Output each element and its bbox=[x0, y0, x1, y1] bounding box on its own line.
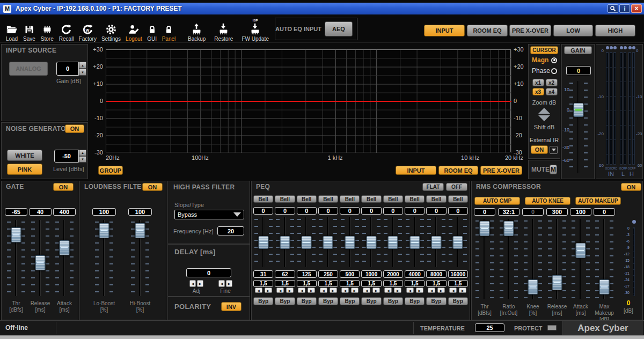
q-left-arrow[interactable]: ◀ bbox=[428, 288, 435, 293]
peq-band-type-button[interactable]: Bell bbox=[383, 195, 403, 203]
zoom-x3-button[interactable]: x3 bbox=[532, 88, 544, 95]
toolbar-item-panel[interactable]: Panel bbox=[161, 16, 177, 42]
compressor-knee-fader-handle[interactable] bbox=[528, 279, 538, 294]
peq-band-q-arrows[interactable]: ◀▶ bbox=[318, 288, 338, 293]
peq-off-button[interactable]: OFF bbox=[446, 183, 467, 191]
peq-band-frequency-value[interactable]: 250 bbox=[318, 270, 338, 278]
master-gain-fader[interactable] bbox=[570, 81, 587, 173]
peq-band-frequency-value[interactable]: 125 bbox=[297, 270, 317, 278]
shift-down-button[interactable] bbox=[538, 115, 550, 121]
noise-level-stepper[interactable]: -50 ▲▼ bbox=[54, 150, 86, 163]
group-button[interactable]: GROUP bbox=[98, 166, 123, 175]
peq-band-q-value[interactable]: 1,5 bbox=[383, 280, 403, 287]
peq-band-q-arrows[interactable]: ◀▶ bbox=[361, 288, 381, 293]
q-left-arrow[interactable]: ◀ bbox=[320, 288, 327, 293]
toolbar-item-settings[interactable]: Settings bbox=[100, 16, 122, 42]
peq-band-q-arrows[interactable]: ◀▶ bbox=[253, 288, 273, 293]
white-noise-button[interactable]: WHITE bbox=[7, 150, 42, 161]
gate-thr-fader-handle[interactable] bbox=[11, 227, 21, 242]
compressor-ratio-value[interactable]: 32:1 bbox=[498, 208, 519, 216]
analog-button[interactable]: ANALOG bbox=[9, 62, 48, 76]
gate-thr-value[interactable]: -65 bbox=[5, 208, 27, 216]
toolbar-item-load[interactable]: Load bbox=[4, 16, 19, 42]
gate-on-button[interactable]: ON bbox=[53, 183, 74, 191]
peq-band-fader[interactable] bbox=[316, 217, 340, 267]
q-left-arrow[interactable]: ◀ bbox=[298, 288, 305, 293]
toolbar-item-gui[interactable]: GUI bbox=[146, 16, 158, 42]
compressor-release-fader-handle[interactable] bbox=[552, 275, 562, 290]
peq-band-fader[interactable] bbox=[425, 217, 448, 267]
compressor-on-button[interactable]: ON bbox=[621, 183, 641, 191]
peq-band-frequency-value[interactable]: 8000 bbox=[426, 270, 446, 278]
peq-band-fader[interactable] bbox=[252, 217, 275, 267]
peq-band-fader-handle[interactable] bbox=[366, 236, 376, 249]
graph-tab-input[interactable]: INPUT bbox=[396, 166, 436, 175]
q-right-arrow[interactable]: ▶ bbox=[265, 288, 272, 293]
level-up-button[interactable]: ▲ bbox=[79, 150, 86, 156]
peq-band-q-value[interactable]: 1,5 bbox=[275, 280, 295, 287]
delay-adj-arrows[interactable]: ◀▶ bbox=[189, 280, 203, 287]
gain-down-button[interactable]: ▼ bbox=[79, 69, 86, 76]
peq-band-fader-handle[interactable] bbox=[388, 236, 398, 249]
gain-up-button[interactable]: ▲ bbox=[79, 62, 86, 69]
loudness-lo-boost-value[interactable]: 100 bbox=[92, 208, 116, 216]
compressor-knee-value[interactable]: 0 bbox=[522, 208, 544, 216]
peq-band-gain-value[interactable]: 0 bbox=[361, 207, 381, 215]
external-ir-dropdown-button[interactable] bbox=[550, 146, 558, 154]
peq-band-type-button[interactable]: Bell bbox=[426, 195, 446, 203]
input-gain-value[interactable]: 0 bbox=[56, 62, 79, 76]
peq-band-fader[interactable] bbox=[381, 217, 405, 267]
peq-band-gain-value[interactable]: 0 bbox=[426, 207, 446, 215]
peq-band-gain-value[interactable]: 0 bbox=[340, 207, 360, 215]
peq-band-fader-handle[interactable] bbox=[258, 236, 268, 249]
peq-band-q-value[interactable]: 1,5 bbox=[253, 280, 273, 287]
aeq-button[interactable]: AEQ bbox=[325, 21, 353, 36]
polarity-inv-button[interactable]: INV bbox=[221, 302, 241, 311]
peq-band-q-arrows[interactable]: ◀▶ bbox=[297, 288, 317, 293]
zoom-x2-button[interactable]: x2 bbox=[546, 79, 558, 86]
q-left-arrow[interactable]: ◀ bbox=[276, 288, 284, 293]
peq-band-bypass-button[interactable]: Byp bbox=[448, 297, 468, 305]
peq-band-q-arrows[interactable]: ◀▶ bbox=[383, 288, 403, 293]
q-right-arrow[interactable]: ▶ bbox=[459, 288, 466, 293]
peq-band-fader-handle[interactable] bbox=[453, 236, 463, 249]
toolbar-item-fw-update[interactable]: ISPFW Update bbox=[240, 16, 270, 42]
q-left-arrow[interactable]: ◀ bbox=[341, 288, 349, 293]
toolbar-item-recall[interactable]: Recall bbox=[58, 16, 75, 42]
peq-band-q-value[interactable]: 1,5 bbox=[297, 280, 317, 287]
zoom-x1-button[interactable]: x1 bbox=[532, 79, 544, 86]
noise-level-value[interactable]: -50 bbox=[54, 150, 79, 163]
peq-band-gain-value[interactable]: 0 bbox=[448, 207, 468, 215]
compressor-ratio-fader-handle[interactable] bbox=[504, 221, 514, 236]
compressor-attack-value[interactable]: 100 bbox=[570, 208, 591, 216]
zoom-window-button[interactable] bbox=[608, 4, 618, 13]
peq-band-fader-handle[interactable] bbox=[409, 236, 420, 249]
compressor-release-fader[interactable] bbox=[545, 219, 569, 299]
toolbar-item-save[interactable]: Save bbox=[22, 16, 36, 42]
tab-pre-x-over[interactable]: PRE X-OVER bbox=[509, 25, 551, 36]
peq-band-frequency-value[interactable]: 1000 bbox=[361, 270, 381, 278]
peq-band-frequency-value[interactable]: 31 bbox=[253, 270, 273, 278]
tab-room-eq[interactable]: ROOM EQ bbox=[467, 25, 508, 36]
peq-band-q-value[interactable]: 1,5 bbox=[448, 280, 468, 287]
q-right-arrow[interactable]: ▶ bbox=[394, 288, 401, 293]
delay-fine-arrows[interactable]: ◀▶ bbox=[218, 280, 232, 287]
auto-cmp-button[interactable]: AUTO CMP bbox=[474, 197, 520, 205]
q-left-arrow[interactable]: ◀ bbox=[255, 288, 262, 293]
slope-type-select[interactable]: Bypass bbox=[174, 210, 244, 219]
peq-band-type-button[interactable]: Bell bbox=[361, 195, 381, 203]
loudness-hi-boost-value[interactable]: 100 bbox=[128, 208, 152, 216]
peq-band-bypass-button[interactable]: Byp bbox=[275, 297, 295, 305]
peq-band-q-arrows[interactable]: ◀▶ bbox=[426, 288, 446, 293]
peq-band-bypass-button[interactable]: Byp bbox=[340, 297, 360, 305]
peq-band-type-button[interactable]: Bell bbox=[340, 195, 360, 203]
peq-band-fader[interactable] bbox=[338, 217, 362, 267]
peq-band-type-button[interactable]: Bell bbox=[448, 195, 468, 203]
peq-band-bypass-button[interactable]: Byp bbox=[405, 297, 425, 305]
gain-value[interactable]: 0 bbox=[566, 66, 591, 75]
peq-band-fader[interactable] bbox=[295, 217, 318, 267]
phase-radio[interactable] bbox=[551, 68, 557, 74]
peq-band-fader-handle[interactable] bbox=[431, 236, 441, 249]
q-left-arrow[interactable]: ◀ bbox=[406, 288, 414, 293]
master-gain-fader-handle[interactable] bbox=[574, 103, 584, 117]
